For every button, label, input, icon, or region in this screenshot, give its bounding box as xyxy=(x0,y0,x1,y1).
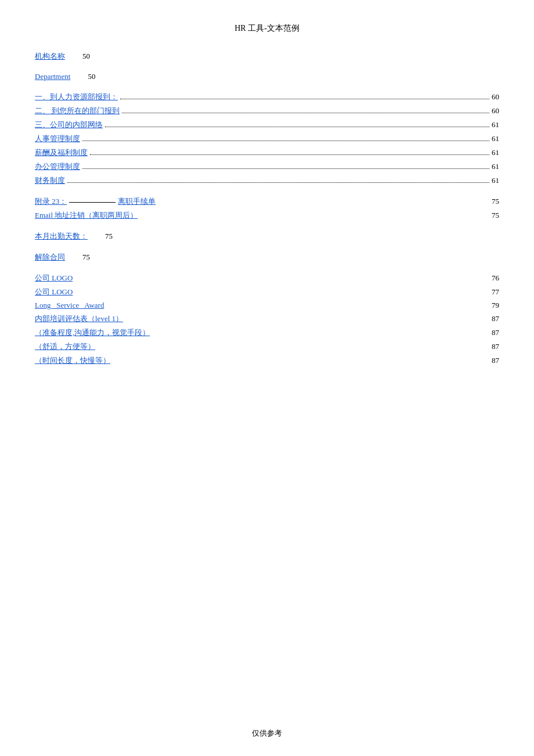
toc-dots-caiwu xyxy=(67,182,489,183)
toc-link-3[interactable]: 三、公司的内部网络 xyxy=(35,120,103,130)
toc-link-zhunbei[interactable]: （准备程度,沟通能力，视觉手段） xyxy=(35,327,150,338)
toc-entry-1: 一、到人力资源部报到： 60 xyxy=(35,92,499,102)
toc-number-benye: 75 xyxy=(105,232,113,241)
toc-entry-logo1: 公司 LOGO 76 xyxy=(35,273,499,283)
toc-entry-logo2: 公司 LOGO 77 xyxy=(35,287,499,297)
toc-number-annex23: 75 xyxy=(492,197,499,206)
toc-entry-zhunbei: （准备程度,沟通能力，视觉手段） 87 xyxy=(35,327,499,338)
toc-number-2: 60 xyxy=(492,106,499,116)
toc-entry-annex23: 附录 23：离职手续单 75 xyxy=(35,196,499,207)
toc-link-lsa[interactable]: Long Service Award xyxy=(35,301,104,310)
toc-number-jigou: 50 xyxy=(82,52,90,61)
toc-entry-email: Email 地址注销（离职两周后） 75 xyxy=(35,210,499,221)
toc-dots-1 xyxy=(120,99,489,99)
toc-number-bangong: 61 xyxy=(492,162,499,171)
page-footer: 仅供参考 xyxy=(0,728,534,739)
toc-link-dept[interactable]: Department xyxy=(35,72,70,81)
toc-number-xinchou: 61 xyxy=(492,148,499,157)
toc-dots-xinchou xyxy=(90,154,489,155)
toc-number-neibu: 87 xyxy=(492,314,499,323)
toc-dots-renshi xyxy=(82,141,489,141)
toc-link-renshi[interactable]: 人事管理制度 xyxy=(35,134,80,144)
toc-number-jiechu: 75 xyxy=(82,253,90,262)
toc-number-renshi: 61 xyxy=(492,134,499,143)
toc-link-bangong[interactable]: 办公管理制度 xyxy=(35,161,80,172)
toc-entry-jigou: 机构名称 50 xyxy=(35,51,499,62)
toc-entry-dept: Department 50 xyxy=(35,72,499,81)
toc-link-2[interactable]: 二、 到您所在的部门报到 xyxy=(35,106,120,116)
toc-number-shijian: 87 xyxy=(492,356,499,365)
page-title: HR 工具-文本范例 xyxy=(35,23,499,34)
toc-link-xinchou[interactable]: 薪酬及福利制度 xyxy=(35,147,88,158)
toc-entry-benye: 本月出勤天数： 75 xyxy=(35,231,499,242)
toc-number-3: 61 xyxy=(492,120,499,129)
toc-link-caiwu[interactable]: 财务制度 xyxy=(35,175,65,186)
toc-entry-renshi: 人事管理制度 61 xyxy=(35,134,499,144)
toc-link-shushi[interactable]: （舒适，方便等） xyxy=(35,341,95,352)
toc-link-logo2[interactable]: 公司 LOGO xyxy=(35,287,73,297)
toc-number-zhunbei: 87 xyxy=(492,328,499,337)
toc-link-annex23[interactable]: 附录 23：离职手续单 xyxy=(35,196,156,207)
toc-entry-shijian: （时间长度，快慢等） 87 xyxy=(35,355,499,366)
toc-link-jigou[interactable]: 机构名称 xyxy=(35,51,65,62)
toc-link-logo1[interactable]: 公司 LOGO xyxy=(35,273,73,283)
toc-link-jiechu[interactable]: 解除合同 xyxy=(35,252,65,262)
toc-number-1: 60 xyxy=(492,92,499,102)
toc-entry-xinchou: 薪酬及福利制度 61 xyxy=(35,147,499,158)
toc-link-benye[interactable]: 本月出勤天数： xyxy=(35,231,88,242)
toc-dots-2 xyxy=(122,113,489,113)
toc-link-email[interactable]: Email 地址注销（离职两周后） xyxy=(35,210,138,221)
toc-entry-jiechu: 解除合同 75 xyxy=(35,252,499,262)
toc-entry-shushi: （舒适，方便等） 87 xyxy=(35,341,499,352)
toc-entry-3: 三、公司的内部网络 61 xyxy=(35,120,499,130)
page-container: HR 工具-文本范例 机构名称 50 Department 50 一、到人力资源… xyxy=(0,0,534,756)
toc-link-1[interactable]: 一、到人力资源部报到： xyxy=(35,92,118,102)
toc-number-email: 75 xyxy=(492,211,499,220)
toc-entry-neibu: 内部培训评估表（level 1） 87 xyxy=(35,314,499,324)
toc-number-dept: 50 xyxy=(88,72,95,81)
toc-number-logo2: 77 xyxy=(492,287,499,297)
toc-dots-bangong xyxy=(82,168,489,169)
toc-dots-3 xyxy=(105,127,489,127)
toc-link-neibu[interactable]: 内部培训评估表（level 1） xyxy=(35,314,123,324)
toc-entry-bangong: 办公管理制度 61 xyxy=(35,161,499,172)
toc-number-caiwu: 61 xyxy=(492,176,499,185)
toc-number-shushi: 87 xyxy=(492,342,499,351)
toc-number-lsa: 79 xyxy=(492,301,499,310)
toc-number-logo1: 76 xyxy=(492,273,499,283)
toc-entry-caiwu: 财务制度 61 xyxy=(35,175,499,186)
toc-entry-lsa: Long Service Award 79 xyxy=(35,301,499,310)
toc-entry-2: 二、 到您所在的部门报到 60 xyxy=(35,106,499,116)
toc-link-shijian[interactable]: （时间长度，快慢等） xyxy=(35,355,110,366)
